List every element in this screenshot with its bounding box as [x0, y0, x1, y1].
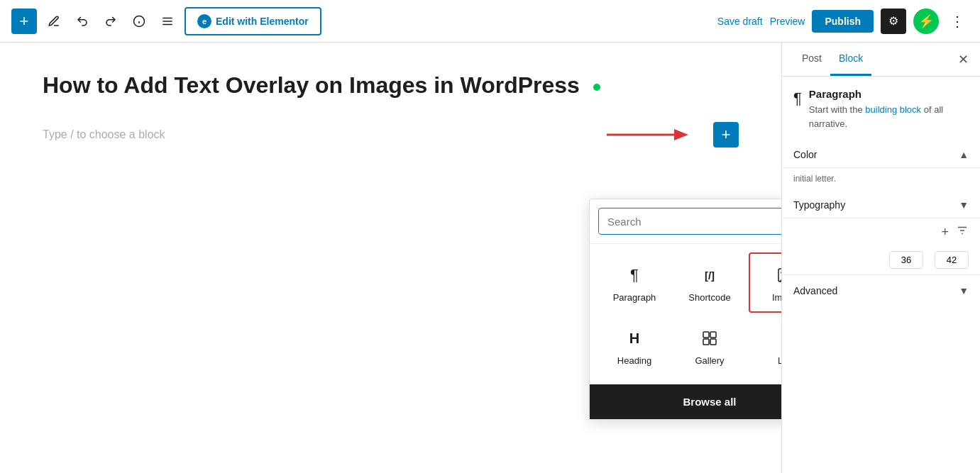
gallery-block-label: Gallery [695, 355, 724, 366]
status-dot [593, 84, 600, 91]
add-block-inline-button[interactable]: + [713, 122, 739, 148]
elementor-icon: e [197, 14, 211, 28]
svg-rect-14 [703, 339, 709, 345]
typography-section-row[interactable]: Typography ▼ [782, 192, 980, 218]
block-item-gallery[interactable]: Gallery [673, 316, 746, 376]
post-title[interactable]: How to Add Text Overlay on Images in Wor… [43, 71, 739, 101]
tab-post[interactable]: Post [793, 43, 830, 76]
heading-block-icon: H [622, 325, 647, 351]
block-search-input[interactable] [599, 210, 781, 233]
list-block-label: List [778, 355, 781, 366]
edit-elementor-label: Edit with Elementor [216, 16, 309, 27]
browse-all-button[interactable]: Browse all [590, 384, 781, 419]
svg-rect-15 [710, 339, 716, 345]
publish-button[interactable]: Publish [812, 10, 874, 33]
number-input-2[interactable] [935, 251, 969, 269]
main-area: How to Add Text Overlay on Images in Wor… [0, 43, 980, 473]
block-item-image[interactable]: Image [749, 252, 781, 313]
block-placeholder-row: Type / to choose a block + [43, 122, 739, 148]
sidebar-action-row: + [782, 218, 980, 245]
shortcode-block-label: Shortcode [688, 292, 730, 303]
red-arrow [607, 124, 692, 145]
toolbar-right: Save draft Preview Publish ⚙ ⚡ ⋮ [717, 9, 969, 34]
toolbar-left: + e Edit with Elementor [11, 7, 712, 35]
paragraph-info-text: Paragraph Start with the building block … [809, 88, 969, 130]
color-section-row[interactable]: Color ▲ [782, 142, 980, 168]
block-picker-search-area [590, 199, 781, 244]
number-input-1[interactable] [889, 251, 923, 269]
svg-marker-7 [674, 129, 688, 140]
sidebar-close-button[interactable]: ✕ [958, 52, 969, 67]
image-block-label: Image [772, 292, 781, 303]
advanced-chevron-icon: ▼ [959, 285, 969, 296]
svg-rect-10 [778, 269, 781, 282]
svg-rect-12 [703, 332, 709, 338]
placeholder-text: Type / to choose a block [43, 128, 165, 141]
pen-icon-button[interactable] [43, 10, 65, 33]
paragraph-block-label: Paragraph [613, 292, 656, 303]
save-draft-button[interactable]: Save draft [717, 16, 763, 27]
heading-block-label: Heading [617, 355, 651, 366]
filter-icon[interactable] [956, 224, 969, 240]
typography-chevron-icon: ▼ [959, 199, 969, 211]
more-options-button[interactable]: ⋮ [946, 10, 969, 33]
sidebar-numbers-row [782, 245, 980, 275]
info-button[interactable] [128, 10, 150, 33]
redo-button[interactable] [99, 10, 122, 33]
sidebar-tabs: Post Block ✕ [782, 43, 980, 77]
shortcode-block-icon: [/] [697, 262, 722, 288]
typography-label: Typography [793, 199, 845, 211]
image-block-icon [772, 262, 781, 288]
block-grid: ¶ Paragraph [/] Shortcode Image H [590, 244, 781, 384]
search-wrapper [598, 208, 781, 235]
color-label: Color [793, 149, 817, 160]
right-sidebar: Post Block ✕ ¶ Paragraph Start with the … [781, 43, 980, 473]
gallery-block-icon [697, 325, 722, 351]
lightning-icon-button[interactable]: ⚡ [913, 9, 939, 34]
paragraph-sidebar-icon: ¶ [793, 89, 802, 108]
advanced-section-row[interactable]: Advanced ▼ [782, 275, 980, 306]
block-item-shortcode[interactable]: [/] Shortcode [673, 252, 746, 313]
add-block-toolbar-button[interactable]: + [11, 9, 37, 34]
list-view-button[interactable] [156, 10, 179, 33]
settings-icon-button[interactable]: ⚙ [881, 9, 906, 34]
list-block-icon [772, 325, 781, 351]
add-icon[interactable]: + [941, 225, 949, 240]
drop-cap-text: initial letter. [782, 168, 980, 192]
block-picker-popup: ¶ Paragraph [/] Shortcode Image H [589, 199, 781, 420]
svg-rect-13 [710, 332, 716, 338]
advanced-label: Advanced [793, 285, 837, 296]
undo-button[interactable] [71, 10, 94, 33]
paragraph-block-icon: ¶ [622, 262, 647, 288]
preview-button[interactable]: Preview [770, 16, 805, 27]
paragraph-description: Start with the building block of all nar… [809, 103, 969, 130]
block-item-heading[interactable]: H Heading [598, 316, 671, 376]
color-chevron-up-icon: ▲ [959, 149, 969, 160]
tab-block[interactable]: Block [830, 43, 871, 76]
paragraph-info-section: ¶ Paragraph Start with the building bloc… [782, 77, 980, 142]
top-toolbar: + e Edit with Elementor Save draft Previ… [0, 0, 980, 43]
editor-area: How to Add Text Overlay on Images in Wor… [0, 43, 781, 473]
edit-elementor-button[interactable]: e Edit with Elementor [185, 7, 321, 35]
block-item-paragraph[interactable]: ¶ Paragraph [598, 252, 671, 313]
block-item-list[interactable]: List [749, 316, 781, 376]
paragraph-title: Paragraph [809, 88, 969, 100]
building-block-link[interactable]: building block [865, 104, 921, 115]
